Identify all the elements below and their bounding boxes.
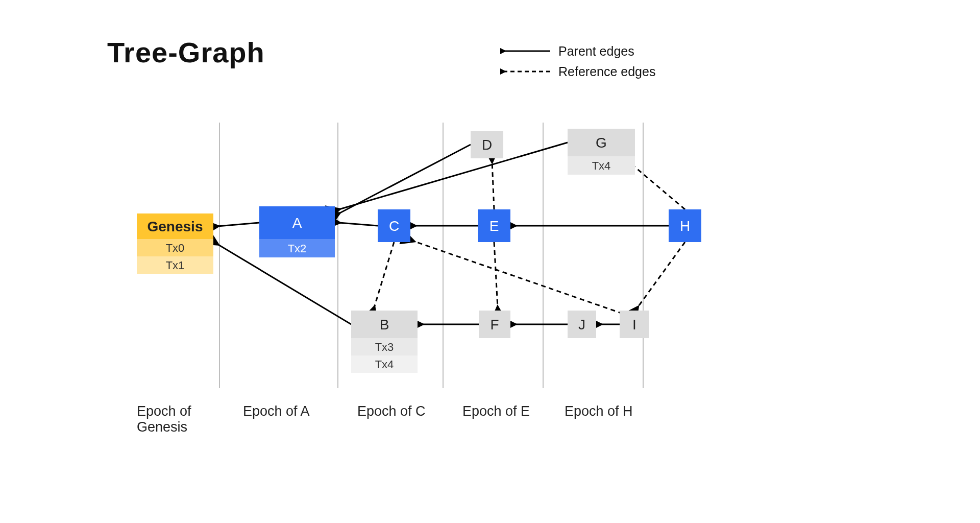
- svg-line-21: [638, 242, 685, 307]
- svg-text:Tx2: Tx2: [288, 242, 307, 255]
- node-j: J: [568, 311, 596, 338]
- svg-text:Tx0: Tx0: [166, 242, 185, 254]
- svg-text:Tx1: Tx1: [166, 259, 185, 272]
- node-e: E: [478, 209, 510, 242]
- svg-text:D: D: [482, 137, 492, 153]
- node-genesis: GenesisTx0Tx1: [137, 213, 213, 274]
- svg-line-17: [374, 242, 394, 307]
- epoch-genesis-label: Epoch of Genesis: [137, 403, 218, 435]
- epoch-a-label: Epoch of A: [243, 403, 310, 419]
- node-a: ATx2: [259, 206, 335, 257]
- svg-line-18: [492, 161, 494, 209]
- svg-text:Tx4: Tx4: [375, 358, 394, 371]
- svg-text:C: C: [389, 218, 399, 234]
- node-f: F: [479, 311, 510, 338]
- node-h: H: [669, 209, 701, 242]
- node-i: I: [620, 311, 649, 338]
- svg-line-12: [339, 142, 568, 209]
- svg-text:F: F: [490, 317, 499, 332]
- svg-text:Tx3: Tx3: [375, 341, 394, 353]
- epoch-e-label: Epoch of E: [462, 403, 530, 419]
- node-g: GTx4: [568, 129, 635, 175]
- svg-line-22: [413, 241, 623, 314]
- node-b: BTx3Tx4: [351, 311, 418, 373]
- svg-text:Tx4: Tx4: [592, 159, 611, 172]
- svg-line-7: [217, 223, 259, 226]
- epoch-c-label: Epoch of C: [357, 403, 426, 419]
- svg-line-19: [494, 242, 498, 307]
- node-c: C: [378, 209, 410, 242]
- diagram-stage: Tree-Graph Parent edges Reference edges …: [0, 0, 980, 523]
- svg-text:A: A: [292, 215, 302, 231]
- svg-text:G: G: [596, 135, 607, 151]
- svg-text:E: E: [489, 218, 499, 234]
- svg-line-8: [339, 223, 378, 226]
- svg-text:B: B: [380, 317, 389, 332]
- svg-text:Genesis: Genesis: [148, 219, 203, 234]
- epoch-h-label: Epoch of H: [565, 403, 633, 419]
- node-d: D: [471, 131, 503, 158]
- svg-text:H: H: [680, 218, 690, 234]
- svg-text:I: I: [632, 317, 636, 332]
- graph-svg: GenesisTx0Tx1ATx2CEHDGTx4BTx3Tx4FJI: [0, 0, 980, 523]
- svg-text:J: J: [578, 317, 585, 332]
